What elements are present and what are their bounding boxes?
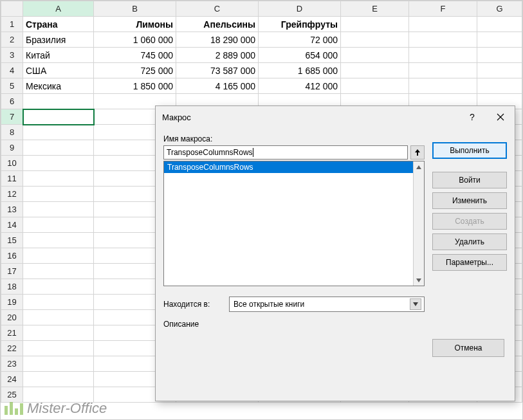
- row-5[interactable]: 5 Мексика 1 850 000 4 165 000 412 000: [1, 78, 522, 94]
- cell-G2[interactable]: [477, 32, 522, 48]
- cell-E2[interactable]: [341, 32, 409, 48]
- collapse-dialog-button[interactable]: [410, 145, 425, 160]
- row-4[interactable]: 4 США 725 000 73 587 000 1 685 000: [1, 63, 522, 78]
- close-button[interactable]: [486, 107, 515, 127]
- row-header-12[interactable]: 12: [1, 187, 23, 202]
- chevron-down-icon: [410, 298, 421, 310]
- row-header-9[interactable]: 9: [1, 140, 23, 156]
- help-button[interactable]: ?: [458, 107, 486, 127]
- row-header-4[interactable]: 4: [1, 63, 23, 78]
- macro-name-value: TransposeColumnsRows: [167, 148, 253, 157]
- cell-G1[interactable]: [477, 17, 522, 32]
- cell-C2[interactable]: 18 290 000: [176, 32, 259, 48]
- cell-A6[interactable]: [23, 94, 94, 109]
- row-header-18[interactable]: 18: [1, 279, 23, 295]
- select-all-corner[interactable]: [1, 1, 23, 17]
- col-header-C[interactable]: C: [176, 1, 259, 17]
- row-header-24[interactable]: 24: [1, 372, 23, 387]
- cell-B2[interactable]: 1 060 000: [94, 32, 176, 48]
- macro-name-input[interactable]: TransposeColumnsRows: [163, 145, 408, 160]
- cell-C5[interactable]: 4 165 000: [176, 78, 259, 94]
- cell-A7[interactable]: [23, 109, 94, 125]
- row-header-2[interactable]: 2: [1, 32, 23, 48]
- cell-F5[interactable]: [409, 78, 477, 94]
- row-header-10[interactable]: 10: [1, 156, 23, 171]
- row-header-1[interactable]: 1: [1, 17, 23, 32]
- col-header-F[interactable]: F: [409, 1, 477, 17]
- cell-D3[interactable]: 654 000: [259, 48, 341, 63]
- cell-A1[interactable]: Страна: [23, 17, 94, 32]
- cell-E3[interactable]: [341, 48, 409, 63]
- row-header-23[interactable]: 23: [1, 356, 23, 372]
- run-button[interactable]: Выполнить: [432, 142, 507, 159]
- macro-list-scrollbar[interactable]: [413, 161, 424, 286]
- scroll-down-icon[interactable]: [414, 275, 424, 286]
- cell-E4[interactable]: [341, 63, 409, 78]
- row-header-11[interactable]: 11: [1, 171, 23, 187]
- col-header-E[interactable]: E: [341, 1, 409, 17]
- delete-button[interactable]: Удалить: [432, 233, 507, 250]
- cell-E1[interactable]: [341, 17, 409, 32]
- cell-F1[interactable]: [409, 17, 477, 32]
- cell-F3[interactable]: [409, 48, 477, 63]
- cell-B3[interactable]: 745 000: [94, 48, 176, 63]
- col-header-B[interactable]: B: [94, 1, 176, 17]
- svg-marker-3: [416, 278, 421, 282]
- svg-marker-4: [413, 302, 418, 306]
- row-header-16[interactable]: 16: [1, 248, 23, 264]
- cell-D1[interactable]: Грейпфруты: [259, 17, 341, 32]
- cell-F2[interactable]: [409, 32, 477, 48]
- location-value: Все открытые книги: [234, 300, 304, 309]
- description-label: Описание: [163, 320, 425, 329]
- cell-A2[interactable]: Бразилия: [23, 32, 94, 48]
- cell-B5[interactable]: 1 850 000: [94, 78, 176, 94]
- row-header-21[interactable]: 21: [1, 325, 23, 341]
- options-button[interactable]: Параметры...: [432, 254, 507, 271]
- cell-G3[interactable]: [477, 48, 522, 63]
- cell-D5[interactable]: 412 000: [259, 78, 341, 94]
- dialog-titlebar[interactable]: Макрос ?: [156, 106, 515, 128]
- row-header-5[interactable]: 5: [1, 78, 23, 94]
- macro-list[interactable]: TransposeColumnsRows: [163, 161, 425, 286]
- row-header-14[interactable]: 14: [1, 217, 23, 233]
- scroll-up-icon[interactable]: [414, 161, 424, 172]
- cell-C1[interactable]: Апельсины: [176, 17, 259, 32]
- row-header-6[interactable]: 6: [1, 94, 23, 109]
- row-2[interactable]: 2 Бразилия 1 060 000 18 290 000 72 000: [1, 32, 522, 48]
- row-header-22[interactable]: 22: [1, 341, 23, 356]
- row-header-3[interactable]: 3: [1, 48, 23, 63]
- row-3[interactable]: 3 Китай 745 000 2 889 000 654 000: [1, 48, 522, 63]
- cell-A3[interactable]: Китай: [23, 48, 94, 63]
- cell-C4[interactable]: 73 587 000: [176, 63, 259, 78]
- cell-A4[interactable]: США: [23, 63, 94, 78]
- cell-B4[interactable]: 725 000: [94, 63, 176, 78]
- macro-name-label: Имя макроса:: [163, 134, 425, 143]
- row-header-19[interactable]: 19: [1, 295, 23, 310]
- row-1[interactable]: 1 Страна Лимоны Апельсины Грейпфруты: [1, 17, 522, 32]
- step-into-button[interactable]: Войти: [432, 172, 507, 188]
- row-header-15[interactable]: 15: [1, 233, 23, 248]
- cell-D2[interactable]: 72 000: [259, 32, 341, 48]
- macro-list-item[interactable]: TransposeColumnsRows: [164, 161, 413, 173]
- cell-G5[interactable]: [477, 78, 522, 94]
- row-header-7[interactable]: 7: [1, 109, 23, 125]
- cell-A5[interactable]: Мексика: [23, 78, 94, 94]
- row-header-8[interactable]: 8: [1, 125, 23, 140]
- col-header-A[interactable]: A: [23, 1, 94, 17]
- cell-D4[interactable]: 1 685 000: [259, 63, 341, 78]
- cell-B1[interactable]: Лимоны: [94, 17, 176, 32]
- row-header-20[interactable]: 20: [1, 310, 23, 325]
- location-label: Находится в:: [163, 300, 223, 309]
- cell-F4[interactable]: [409, 63, 477, 78]
- row-header-13[interactable]: 13: [1, 202, 23, 217]
- cell-C3[interactable]: 2 889 000: [176, 48, 259, 63]
- cell-G4[interactable]: [477, 63, 522, 78]
- column-header-row[interactable]: A B C D E F G: [1, 1, 522, 17]
- cell-E5[interactable]: [341, 78, 409, 94]
- location-select[interactable]: Все открытые книги: [229, 297, 425, 312]
- row-header-17[interactable]: 17: [1, 264, 23, 279]
- cancel-button[interactable]: Отмена: [432, 339, 504, 357]
- col-header-G[interactable]: G: [477, 1, 522, 17]
- col-header-D[interactable]: D: [259, 1, 341, 17]
- edit-button[interactable]: Изменить: [432, 192, 507, 209]
